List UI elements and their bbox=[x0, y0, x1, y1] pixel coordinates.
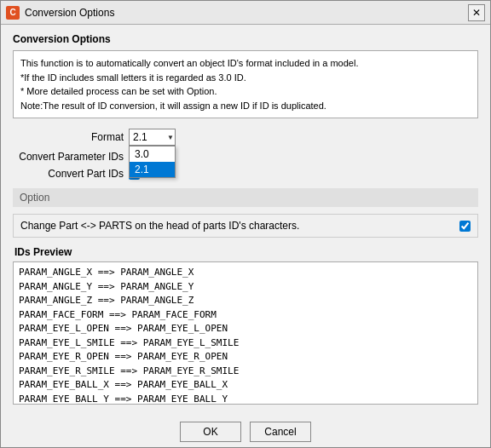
preview-line-0: PARAM_ANGLE_X ==> PARAM_ANGLE_X bbox=[19, 266, 472, 280]
option-section-title: Option bbox=[20, 192, 49, 204]
preview-line-2: PARAM_ANGLE_Z ==> PARAM_ANGLE_Z bbox=[19, 294, 472, 308]
option-section-header: Option bbox=[13, 188, 478, 207]
format-dropdown[interactable]: 3.0 2.1 bbox=[129, 146, 176, 178]
convert-param-label: Convert Parameter IDs bbox=[13, 151, 124, 163]
desc-line-2: *If the ID includes small letters it is … bbox=[20, 71, 471, 85]
preview-section-title: IDs Preview bbox=[13, 246, 478, 258]
preview-line-7: PARAM_EYE_R_SMILE ==> PARAM_EYE_R_SMILE bbox=[19, 365, 472, 379]
main-window: C Conversion Options ✕ Conversion Option… bbox=[0, 0, 491, 448]
preview-line-3: PARAM_FACE_FORM ==> PARAM_FACE_FORM bbox=[19, 308, 472, 323]
format-label: Format bbox=[13, 131, 124, 143]
window-icon: C bbox=[6, 6, 20, 20]
format-option-21[interactable]: 2.1 bbox=[130, 162, 175, 177]
section-title: Conversion Options bbox=[13, 33, 478, 45]
option-row: Change Part <-> PARTS on the head of par… bbox=[13, 214, 478, 238]
preview-line-1: PARAM_ANGLE_Y ==> PARAM_ANGLE_Y bbox=[19, 280, 472, 295]
desc-line-4: Note:The result of ID conversion, it wil… bbox=[20, 99, 471, 113]
main-content: Conversion Options This function is to a… bbox=[1, 25, 490, 413]
description-box: This function is to automatically conver… bbox=[13, 50, 478, 118]
desc-line-1: This function is to automatically conver… bbox=[20, 56, 471, 71]
preview-box: PARAM_ANGLE_X ==> PARAM_ANGLE_X PARAM_AN… bbox=[13, 261, 478, 405]
window-title: Conversion Options bbox=[25, 7, 468, 19]
close-button[interactable]: ✕ bbox=[468, 4, 485, 21]
format-select[interactable]: 2.1 3.0 bbox=[129, 129, 176, 146]
format-option-30[interactable]: 3.0 bbox=[130, 146, 175, 162]
convert-part-label: Convert Part IDs bbox=[13, 168, 124, 180]
preview-line-5: PARAM_EYE_L_SMILE ==> PARAM_EYE_L_SMILE bbox=[19, 336, 472, 351]
preview-line-8: PARAM_EYE_BALL_X ==> PARAM_EYE_BALL_X bbox=[19, 378, 472, 393]
desc-line-3: * More detailed process can be set with … bbox=[20, 84, 471, 99]
option-label: Change Part <-> PARTS on the head of par… bbox=[20, 220, 454, 232]
option-checkbox[interactable] bbox=[459, 221, 471, 232]
option-checkbox-wrapper bbox=[459, 221, 471, 232]
preview-line-9: PARAM_EYE_BALL_Y ==> PARAM_EYE_BALL_Y bbox=[19, 393, 472, 405]
cancel-button[interactable]: Cancel bbox=[250, 422, 311, 442]
format-row: Format 2.1 3.0 ▼ 3.0 2.1 bbox=[13, 129, 478, 146]
convert-part-row: Convert Part IDs bbox=[13, 168, 478, 180]
ok-button[interactable]: OK bbox=[180, 422, 241, 442]
form-section: Format 2.1 3.0 ▼ 3.0 2.1 Convert Parame bbox=[13, 129, 478, 180]
preview-line-4: PARAM_EYE_L_OPEN ==> PARAM_EYE_L_OPEN bbox=[19, 322, 472, 336]
convert-param-row: Convert Parameter IDs bbox=[13, 151, 478, 163]
button-row: OK Cancel bbox=[1, 413, 490, 447]
window-icon-label: C bbox=[9, 8, 15, 17]
format-select-wrapper: 2.1 3.0 ▼ 3.0 2.1 bbox=[129, 129, 176, 146]
preview-line-6: PARAM_EYE_R_OPEN ==> PARAM_EYE_R_OPEN bbox=[19, 350, 472, 365]
title-bar: C Conversion Options ✕ bbox=[1, 1, 490, 25]
